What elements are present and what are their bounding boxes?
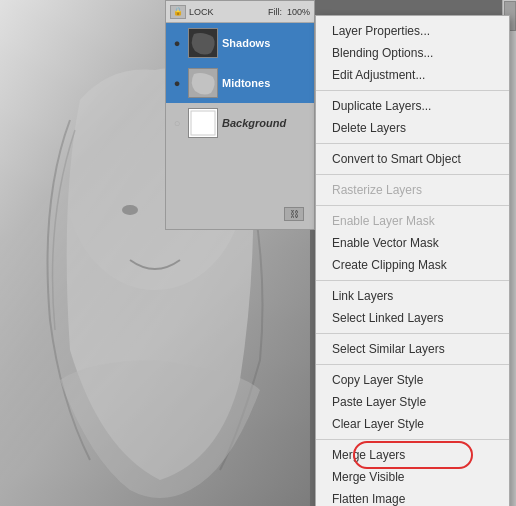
menu-item-enable-layer-mask: Enable Layer Mask (316, 210, 509, 232)
separator-3 (316, 174, 509, 175)
separator-8 (316, 439, 509, 440)
layer-row-midtones[interactable]: ● Midtones (166, 63, 314, 103)
lock-icon: 🔒 (170, 5, 186, 19)
layer-row-shadows[interactable]: ● Shadows (166, 23, 314, 63)
menu-item-delete-layers[interactable]: Delete Layers (316, 117, 509, 139)
eye-icon-shadows[interactable]: ● (170, 36, 184, 50)
separator-7 (316, 364, 509, 365)
separator-4 (316, 205, 509, 206)
menu-item-select-similar-layers[interactable]: Select Similar Layers (316, 338, 509, 360)
eye-icon-midtones[interactable]: ● (170, 76, 184, 90)
layer-name-midtones: Midtones (222, 77, 270, 89)
layers-panel: 🔒 LOCK Fill: 100% ● Shadows ● Midtones ○ (165, 0, 315, 230)
menu-item-blending-options[interactable]: Blending Options... (316, 42, 509, 64)
menu-item-create-clipping-mask[interactable]: Create Clipping Mask (316, 254, 509, 276)
layer-row-background[interactable]: ○ Background (166, 103, 314, 143)
menu-item-convert-smart-object[interactable]: Convert to Smart Object (316, 148, 509, 170)
menu-item-clear-layer-style[interactable]: Clear Layer Style (316, 413, 509, 435)
separator-1 (316, 90, 509, 91)
menu-item-link-layers[interactable]: Link Layers (316, 285, 509, 307)
menu-item-merge-visible[interactable]: Merge Visible (316, 466, 509, 488)
separator-2 (316, 143, 509, 144)
menu-item-edit-adjustment[interactable]: Edit Adjustment... (316, 64, 509, 86)
svg-rect-6 (189, 109, 217, 137)
menu-item-flatten-image[interactable]: Flatten Image (316, 488, 509, 506)
eye-icon-background[interactable]: ○ (170, 116, 184, 130)
svg-point-2 (122, 205, 138, 215)
menu-item-enable-vector-mask[interactable]: Enable Vector Mask (316, 232, 509, 254)
layer-thumb-shadows (188, 28, 218, 58)
menu-item-merge-layers[interactable]: Merge Layers (316, 444, 509, 466)
fill-value: 100% (287, 7, 310, 17)
separator-6 (316, 333, 509, 334)
separator-5 (316, 280, 509, 281)
layers-toolbar: 🔒 LOCK Fill: 100% (166, 1, 314, 23)
link-icon: ⛓ (284, 207, 304, 221)
lock-label: LOCK (189, 7, 214, 17)
canvas-area: 🔒 LOCK Fill: 100% ● Shadows ● Midtones ○ (0, 0, 516, 506)
menu-item-paste-layer-style[interactable]: Paste Layer Style (316, 391, 509, 413)
menu-item-select-linked-layers[interactable]: Select Linked Layers (316, 307, 509, 329)
layer-name-shadows: Shadows (222, 37, 270, 49)
menu-item-copy-layer-style[interactable]: Copy Layer Style (316, 369, 509, 391)
menu-item-rasterize-layers: Rasterize Layers (316, 179, 509, 201)
menu-item-layer-properties[interactable]: Layer Properties... (316, 20, 509, 42)
fill-label: Fill: (268, 7, 282, 17)
layer-thumb-background (188, 108, 218, 138)
menu-item-duplicate-layers[interactable]: Duplicate Layers... (316, 95, 509, 117)
layer-name-background: Background (222, 117, 286, 129)
layer-thumb-midtones (188, 68, 218, 98)
context-menu: Layer Properties... Blending Options... … (315, 15, 510, 506)
